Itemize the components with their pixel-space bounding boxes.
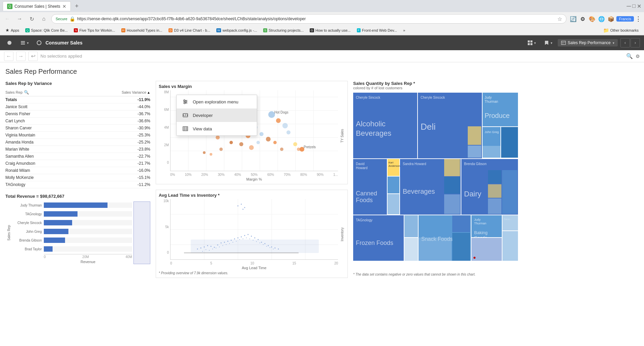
revenue-bar-row[interactable]: John Greg [13,228,132,235]
bookmark-structuring[interactable]: S Structuring projects... [260,28,306,33]
bookmark-nav-button[interactable]: ▾ [541,38,555,48]
global-search-button[interactable]: 🔍 [626,53,633,59]
variance-table-row[interactable]: Sharon Carver -30.9% [5,125,150,132]
minimize-button[interactable]: ─ [627,3,631,10]
variance-table-row[interactable]: Viginia Mountain -25.3% [5,132,150,139]
active-tab[interactable]: Q Consumer Sales | Sheets ✕ [3,1,71,11]
variance-table-row[interactable]: Molly McKenzie -15.1% [5,174,150,181]
bookmark-label: Household Types in... [127,28,162,32]
revenue-bar-row[interactable]: Brenda Gibson [13,237,132,244]
bar-track [44,229,132,234]
variance-row-value: -30.9% [137,126,150,130]
svg-point-118 [243,239,243,239]
table-search-icon[interactable]: 🔍 [24,90,29,95]
svg-point-49 [210,153,212,156]
tab-close-button[interactable]: ✕ [62,4,66,9]
svg-text:Dairy: Dairy [464,190,481,198]
treemap-cell-produce2[interactable] [501,127,518,158]
svg-point-95 [258,239,259,240]
back-button[interactable]: ← [3,14,12,24]
bookmark-household[interactable]: H Household Types in... [119,28,165,33]
bookmark-more[interactable]: » [400,28,408,33]
variance-table-row[interactable]: Craig Amundson -21.7% [5,160,150,167]
svg-rect-3 [21,44,25,44]
col2-header[interactable]: Sales Variance [122,90,146,94]
sales-margin-title: Sales vs Margin [159,84,345,89]
next-sheet-button[interactable]: › [631,38,640,48]
view-mode-button[interactable]: ▾ [525,38,539,48]
variance-table-row[interactable]: Samantha Allen -22.7% [5,153,150,160]
ext-icon-4[interactable]: 🌐 [597,15,606,23]
tab-favicon: Q [7,4,12,9]
prev-sheet-button[interactable]: ‹ [620,38,630,48]
menu-button[interactable]: ⋮ [635,15,641,23]
maximize-button[interactable]: □ [632,3,636,9]
bookmark-github[interactable]: G How to actually use... [307,28,354,33]
bookmark-webpack[interactable]: W webpack.config.js -... [214,28,260,33]
forward-button[interactable]: → [15,14,24,24]
bookmark-apps[interactable]: ★Apps [3,27,22,33]
svg-point-120 [249,239,250,239]
ext-icon-5[interactable]: 📦 [607,15,615,23]
svg-point-43 [239,142,243,146]
beverages-sub [444,177,460,194]
home-nav-button[interactable] [4,38,15,48]
new-tab-button[interactable]: + [72,1,82,11]
variance-table-row[interactable]: Marian White -23.8% [5,146,150,153]
revenue-bar-row[interactable]: TAGnology [13,210,132,218]
svg-point-117 [239,239,240,240]
close-button[interactable]: ✕ [637,3,641,9]
home-button[interactable]: ⌂ [39,14,49,24]
svg-point-78 [201,248,202,249]
clear-selection-button[interactable]: ↩ [28,52,38,61]
bookmark-qlik[interactable]: Q Space: Qlik Core Be... [23,28,70,33]
bar-label: Brad Taylor [13,247,44,251]
svg-text:Canned: Canned [356,190,377,197]
variance-table-row[interactable]: Cart Lynch -36.6% [5,118,150,125]
forward-selection-button[interactable]: → [16,52,26,61]
bookmark-five-tips[interactable]: N Five Tips for Workin... [71,28,118,33]
svg-point-108 [209,250,210,251]
treemap-note: * The data set contains negative or zero… [353,273,639,276]
ext-icon-1[interactable]: 🔄 [569,15,577,23]
bookmark-star-icon[interactable]: ☆ [557,16,562,22]
exploration-menu-item[interactable]: Open exploration menu [177,95,257,108]
list-button[interactable]: ▾ [18,38,31,48]
revenue-bar-row[interactable]: Brad Taylor [13,245,132,253]
variance-row-value: -22.7% [137,154,150,159]
bookmark-other[interactable]: 📁Other bookmarks [601,27,641,34]
variance-table-row[interactable]: Janice Scott -44.0% [5,103,150,111]
settings-icon-button[interactable]: ⚙ [636,54,640,59]
svg-point-119 [246,238,247,238]
ext-icon-3[interactable]: 🎨 [588,15,596,23]
url-bar[interactable]: Secure 🔒 https://sense-demo.qlik.com/sen… [51,14,566,24]
svg-text:Beverages: Beverages [403,188,435,195]
bookmark-frontend[interactable]: F Front-end Web Dev... [354,28,400,33]
treemap-cell-karl2[interactable] [388,177,399,193]
bookmark-d3[interactable]: D D3 v4 Line Chart - b... [166,28,213,33]
ext-icon-2[interactable]: ⚙ [579,15,587,23]
variance-table-row[interactable]: Amanda Honda -25.2% [5,139,150,146]
viewdata-menu-item[interactable]: View data [177,122,257,135]
profile-button[interactable]: Francis [616,16,634,22]
treemap-cell-frozen[interactable] [353,215,404,261]
back-selection-button[interactable]: ← [4,52,13,61]
sheet-selector[interactable]: Sales Rep Performance ▾ [558,39,618,46]
variance-row-name: Samantha Allen [5,154,34,159]
developer-menu-item[interactable]: Developer [177,108,257,122]
frozen-sub1 [404,215,418,237]
variance-table-row[interactable]: Totals -11.9% [5,96,150,103]
variance-table-row[interactable]: Ronald Milam -16.0% [5,167,150,174]
svg-point-40 [266,137,271,141]
scatter1-y-ticks: 8M 6M 4M 2M 0 [159,90,169,171]
revenue-bar-row[interactable]: Cheryle Sincock [13,219,132,226]
svg-text:TAGnology: TAGnology [356,218,372,222]
bar-track [44,238,132,243]
variance-table-row[interactable]: TAGnology -11.2% [5,181,150,188]
revenue-bar-row[interactable]: Judy Thurman [13,201,132,209]
d3-favicon: D [168,28,173,32]
variance-row-value: -44.0% [137,104,150,109]
refresh-button[interactable]: ↻ [27,14,36,24]
variance-table-row[interactable]: Dennis Fisher -36.7% [5,111,150,118]
app-nav-button[interactable]: Consumer Sales [34,38,85,48]
